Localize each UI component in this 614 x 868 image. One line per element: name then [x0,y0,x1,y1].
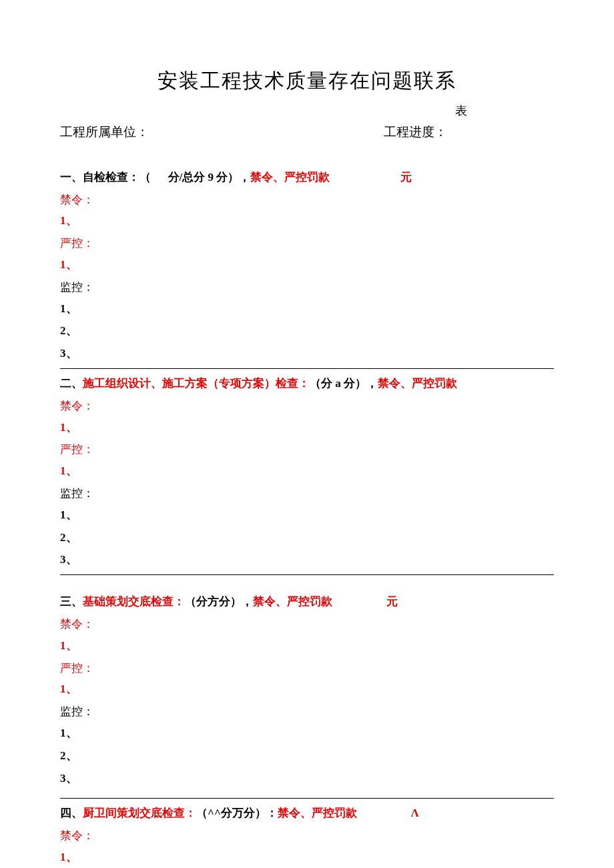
section-title: 厨卫间策划交底检查： [83,807,196,819]
section-mid: （分 a 分）， [310,377,378,390]
penalty-label: 禁令、严控罚款 [278,807,357,819]
list-item: 2、 [60,530,554,546]
monitor-label: 监控： [60,704,554,720]
list-item: 1、 [60,507,554,523]
section-4-header: 四、厨卫间策划交底检查：（^^分万分）：禁令、严控罚款 Λ [60,805,554,821]
list-item: 3、 [60,771,554,787]
strict-label: 严控： [60,236,554,252]
section-num: 四、 [60,807,83,819]
strict-label: 严控： [60,661,554,677]
project-unit-label: 工程所属单位： [60,123,149,141]
penalty-amount: 元 [330,171,412,183]
list-item: 1、 [60,420,554,436]
section-title: 基础策划交底检查： [83,595,185,608]
project-progress-label: 工程进度： [384,123,554,141]
section-title: 施工组织设计、施工方案（专项方案）检查： [83,377,310,390]
section-2-header: 二、施工组织设计、施工方案（专项方案）检查：（分 a 分），禁令、严控罚款 [60,376,554,392]
list-item: 1、 [60,725,554,741]
divider [60,574,554,575]
page-title: 安装工程技术质量存在问题联系 [60,67,554,95]
prohibit-label: 禁令： [60,828,554,844]
divider [60,798,554,799]
section-3-header: 三、基础策划交底检查：（分方分），禁令、严控罚款 元 [60,594,554,610]
list-item: 1、 [60,681,554,697]
prohibit-label: 禁令： [60,616,554,632]
monitor-label: 监控： [60,280,554,296]
header-row: 工程所属单位： 工程进度： [60,123,554,141]
penalty-label: 禁令、严控罚款 [250,171,330,183]
list-item: 1、 [60,257,554,273]
penalty-amount: Λ [357,807,419,819]
divider [60,368,554,369]
section-label: 自检检查：（ [83,171,151,183]
section-num: 二、 [60,377,83,390]
list-item: 3、 [60,552,554,568]
prohibit-label: 禁令： [60,398,554,414]
strict-label: 严控： [60,442,554,458]
list-item: 2、 [60,323,554,339]
section-num: 三、 [60,595,83,608]
list-item: 1、 [60,849,554,865]
list-item: 1、 [60,463,554,479]
penalty-label: 禁令、严控罚款 [378,377,457,390]
penalty-amount: 元 [332,595,398,608]
list-item: 1、 [60,301,554,317]
penalty-label: 禁令、严控罚款 [253,595,332,608]
form-marker: 表 [60,103,554,119]
section-mid: （分方分）， [185,595,253,608]
section-mid: 分/总分 9 分）， [151,171,250,183]
list-item: 1、 [60,213,554,229]
prohibit-label: 禁令： [60,192,554,208]
monitor-label: 监控： [60,486,554,502]
list-item: 3、 [60,346,554,362]
section-1-header: 一、自检检查：（ 分/总分 9 分），禁令、严控罚款 元 [60,169,554,185]
list-item: 2、 [60,748,554,764]
section-mid: （^^分万分）： [196,807,278,819]
section-num: 一、 [60,171,83,183]
list-item: 1、 [60,638,554,654]
